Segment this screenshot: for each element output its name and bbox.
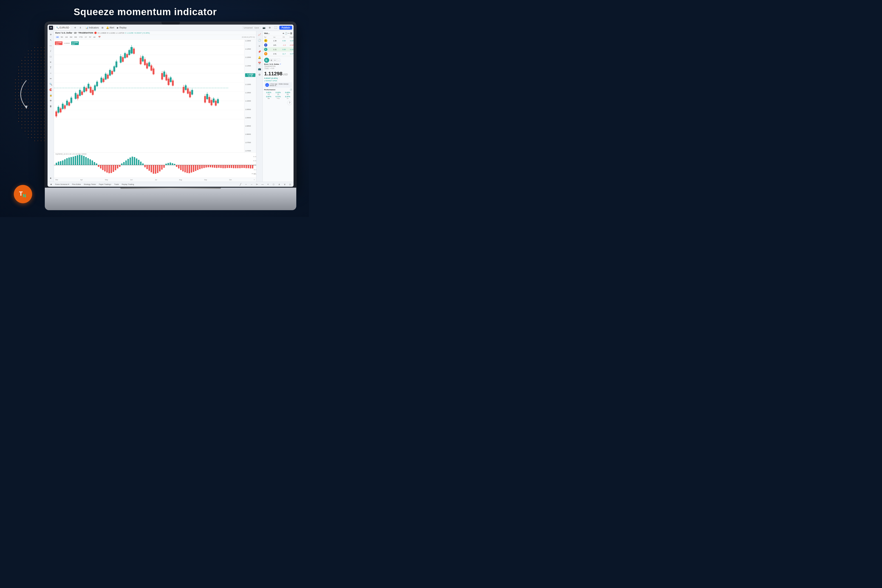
draw-arrow-tool[interactable]: → <box>249 182 254 187</box>
expand-icon[interactable]: » <box>254 179 255 180</box>
svg-rect-164 <box>123 162 124 165</box>
trade-tab[interactable]: Trade <box>113 183 120 186</box>
fib-tool[interactable]: ≡ <box>48 60 53 64</box>
paper-trading-tab[interactable]: Paper Trading+ <box>98 183 112 186</box>
draw-dashed-tool[interactable]: ╌ <box>243 182 249 187</box>
tv-right-icon[interactable]: 📺 <box>257 66 262 71</box>
trendline-tool[interactable]: / <box>48 48 53 54</box>
perf-1y: 2.37% 1Y <box>283 96 292 99</box>
date-range-picker[interactable]: 📅 <box>98 36 102 38</box>
svg-rect-187 <box>172 163 173 165</box>
price-level-08: 1.08000 <box>245 134 255 135</box>
news-item[interactable]: 1h 1 hour ago · Dollar stumps ahead of..… <box>264 82 292 88</box>
shapes-tool[interactable]: □ <box>48 54 53 59</box>
list-icon[interactable]: ☰ <box>290 32 292 34</box>
svg-rect-186 <box>170 162 171 165</box>
unnamed-label: Unnamed · Save <box>242 26 261 29</box>
trash-tool[interactable]: 🗑 <box>48 104 53 109</box>
watchlist-row-gold[interactable]: G 1.30 0.00 0.32% <box>263 39 294 43</box>
watch-pct-g: 0.32% <box>286 40 294 42</box>
pencil-tool[interactable]: ✏ <box>48 76 53 81</box>
replay-trading-tab[interactable]: Replay Trading <box>121 183 135 186</box>
draw-hline-tool[interactable]: — <box>260 182 265 187</box>
star-tool[interactable]: ★ <box>48 176 53 181</box>
tf-1m[interactable]: 1M <box>64 36 69 38</box>
draw-valley-tool[interactable]: ∨ <box>282 182 287 187</box>
draw-rect-tool[interactable]: □ <box>271 182 276 187</box>
tf-1d[interactable]: 1D <box>56 36 60 38</box>
clock-perf-icon[interactable]: 🕐 <box>290 88 292 91</box>
sym-detail-grid[interactable]: ⊞ <box>270 58 273 62</box>
strategy-tester-tab[interactable]: Strategy Tester <box>83 183 98 186</box>
text-tool[interactable]: T <box>48 65 53 70</box>
forex-screener-tab[interactable]: Forex Screener ▾ <box>54 183 70 186</box>
open-price: O 1.10828 <box>98 32 106 34</box>
svg-rect-213 <box>226 165 228 168</box>
chart-type-icon[interactable]: 📈 <box>257 32 262 37</box>
draw-cross-tool[interactable]: + <box>266 182 271 187</box>
squeeze-momentum-panel: SQZMOM_LB 20 2 20 1.5 0.01225 0.00000 <box>54 152 256 177</box>
sym-link-icon[interactable]: ↗ <box>279 63 281 65</box>
tf-3m[interactable]: 3M <box>69 36 73 38</box>
clock-watch-icon[interactable]: 🕐 <box>285 32 287 34</box>
svg-rect-218 <box>237 165 238 168</box>
publish-button[interactable]: Publish <box>279 26 292 30</box>
settings-icon[interactable]: ⚙ <box>267 25 272 30</box>
replay-nav[interactable]: ▶ Replay <box>116 26 128 29</box>
help-icon[interactable]: ? <box>287 100 292 105</box>
pin-icon[interactable]: 📌 <box>257 49 262 54</box>
col-last: La: <box>266 36 276 38</box>
layers-icon[interactable]: ≡ <box>257 44 262 48</box>
watchlist-row-eurusd[interactable]: E 1.11 0.00 0.40% <box>263 47 294 52</box>
draw-shape-tool[interactable]: ◇ <box>288 182 292 187</box>
watchlist-row-btc[interactable]: X 2.51 11.7 0.47% <box>263 52 294 56</box>
laptop-base <box>45 188 296 210</box>
pine-editor-tab[interactable]: Pine Editor <box>71 183 82 186</box>
perf-1y-val: 2.37% <box>283 96 292 98</box>
camera-icon[interactable]: 📷 <box>261 25 266 30</box>
news-icon: 1h <box>265 83 269 87</box>
clock-icon[interactable]: 🕐 <box>257 38 262 43</box>
tf-all[interactable]: All <box>92 36 96 38</box>
circle-tool[interactable]: ○ <box>48 70 53 76</box>
chart-info-bar: Euro / U.S. Dollar · 1D · TRADENATION 🔴 … <box>54 31 256 35</box>
zoom-tool[interactable]: 🔍 <box>48 81 53 87</box>
bottom-star-icon[interactable]: ★ <box>48 182 54 187</box>
crosshair-tool-left[interactable]: ✛ <box>48 32 53 37</box>
draw-segment-tool[interactable]: ⊢ <box>255 182 260 187</box>
col-chg: Chg% <box>285 36 294 38</box>
watchlist-row-usd[interactable]: U 145. -1.3 -0.90% <box>263 43 294 47</box>
fullscreen-icon[interactable]: ⛶ <box>273 25 278 30</box>
cursor-tool[interactable]: ↖ <box>48 38 53 42</box>
price-level-105: 1.10500 <box>245 92 255 93</box>
tf-5y[interactable]: 5Y <box>88 36 92 38</box>
more-icon[interactable]: ··· <box>288 32 290 34</box>
add-icon[interactable]: + <box>282 32 284 34</box>
tf-1y[interactable]: 1Y <box>84 36 88 38</box>
perf-ytd-val: 0.77% <box>273 96 282 98</box>
symbol-search[interactable]: 🔍 EURUSD <box>54 26 71 30</box>
svg-rect-183 <box>163 165 165 168</box>
svg-rect-201 <box>201 165 202 168</box>
alert-nav[interactable]: 🔔 Alert <box>105 26 115 29</box>
lock-tool[interactable]: 🔒 <box>48 93 53 98</box>
timestamp: 22:48:13 (UTC+2) <box>242 36 255 38</box>
sym-detail-edit[interactable]: ✏ <box>273 58 276 62</box>
tf-5d[interactable]: 5D <box>60 36 64 38</box>
tf-6m[interactable]: 6M <box>74 36 78 38</box>
alert-icon-right[interactable]: 🔔 <box>257 55 262 60</box>
crosshair-tool[interactable]: ✛ <box>73 25 78 30</box>
draw-peak-tool[interactable]: ∧ <box>276 182 282 187</box>
indicators-nav[interactable]: 📊 Indicators <box>84 26 100 29</box>
svg-rect-141 <box>75 156 76 165</box>
settings-right-icon[interactable]: ⚙ <box>257 72 262 77</box>
grid-nav[interactable]: ⊞ <box>100 26 105 29</box>
magnet-tool[interactable]: 🧲 <box>48 87 53 92</box>
candle-type-tool[interactable]: 🕯 <box>78 25 83 30</box>
separator1: — <box>48 43 53 48</box>
eye-tool[interactable]: 👁 <box>48 98 53 103</box>
calendar-icon[interactable]: 📅 <box>257 61 262 66</box>
draw-line-tool[interactable]: ╱ <box>238 182 243 187</box>
sym-detail-more[interactable]: ··· <box>277 58 280 62</box>
tf-ytd[interactable]: YTD <box>78 36 84 38</box>
